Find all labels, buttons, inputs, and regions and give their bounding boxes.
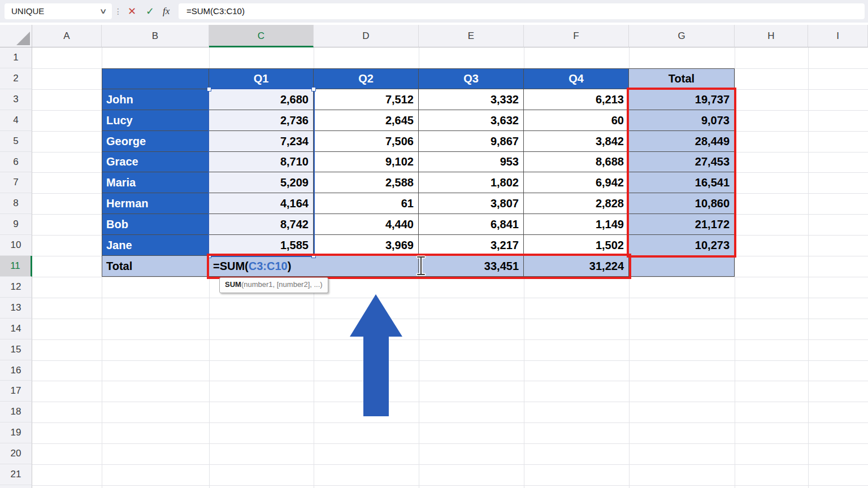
row-header-14[interactable]: 14 [0,319,32,339]
formula-bar-input[interactable]: =SUM(C3:C10) [179,3,865,19]
cell-E6[interactable]: 953 [419,152,524,172]
cell-F10[interactable]: 1,502 [524,235,629,256]
cell-B8[interactable]: Herman [102,193,209,214]
row-header-5[interactable]: 5 [0,131,32,152]
range-handle[interactable] [311,87,316,91]
spreadsheet-window: UNIQUE ∨ ⋮ ✕ ✓ fx =SUM(C3:C10) =SUM(C3:C… [0,0,868,488]
column-header-I[interactable]: I [808,25,868,47]
row-header-11[interactable]: 11 [0,256,32,277]
row-header-2[interactable]: 2 [0,68,32,89]
cell-D10[interactable]: 3,969 [314,235,419,256]
gridline-horizontal [32,298,868,298]
cell-B10[interactable]: Jane [102,235,209,256]
cell-E9[interactable]: 6,841 [419,214,524,235]
column-header-A[interactable]: A [32,25,102,47]
row-header-15[interactable]: 15 [0,339,32,360]
row-header-13[interactable]: 13 [0,298,32,319]
cell-E8[interactable]: 3,807 [419,193,524,214]
formula-reference-range-border [208,88,315,257]
cell-F8[interactable]: 2,828 [524,193,629,214]
cell-F9[interactable]: 1,149 [524,214,629,235]
row-header-6[interactable]: 6 [0,152,32,172]
row-header-19[interactable]: 19 [0,422,32,443]
cell-B7[interactable]: Maria [102,172,209,193]
row-header-4[interactable]: 4 [0,110,32,131]
row-header-3[interactable]: 3 [0,89,32,110]
cell-F5[interactable]: 3,842 [524,131,629,152]
cell-E2[interactable]: Q3 [419,68,524,89]
name-box-value: UNIQUE [11,6,44,16]
cell-D8[interactable]: 61 [314,193,419,214]
formula-post: ) [288,260,292,272]
formula-range-reference: C3:C10 [249,260,288,272]
cell-B5[interactable]: George [102,131,209,152]
gridline-horizontal [32,319,868,319]
cell-E4[interactable]: 3,632 [419,110,524,131]
cell-D7[interactable]: 2,588 [314,172,419,193]
cell-D6[interactable]: 9,102 [314,152,419,172]
row-header-16[interactable]: 16 [0,360,32,381]
row-header-filler [0,485,32,488]
cell-E5[interactable]: 9,867 [419,131,524,152]
row-header-10[interactable]: 10 [0,235,32,256]
chevron-down-icon[interactable]: ∨ [99,3,107,19]
formula-bar-row: UNIQUE ∨ ⋮ ✕ ✓ fx =SUM(C3:C10) [0,0,868,23]
cell-F4[interactable]: 60 [524,110,629,131]
enter-icon[interactable]: ✓ [146,5,154,18]
cell-B3[interactable]: John [102,89,209,110]
row-header-9[interactable]: 9 [0,214,32,235]
gridline-horizontal [32,381,868,381]
cell-F3[interactable]: 6,213 [524,89,629,110]
cell-E7[interactable]: 1,802 [419,172,524,193]
row-header-17[interactable]: 17 [0,381,32,402]
insert-function-icon[interactable]: fx [163,4,170,19]
cell-F2[interactable]: Q4 [524,68,629,89]
row-header-12[interactable]: 12 [0,277,32,298]
select-all-corner[interactable] [0,25,32,47]
gridline-horizontal [32,464,868,465]
function-tooltip: SUM(number1, [number2], ...) [219,277,328,293]
i-beam-cursor [415,255,427,277]
gridline-horizontal [32,360,868,361]
column-header-D[interactable]: D [314,25,419,47]
column-header-G[interactable]: G [629,25,735,47]
name-box[interactable]: UNIQUE ∨ [5,3,112,19]
cancel-icon[interactable]: ✕ [128,5,136,18]
row-header-20[interactable]: 20 [0,443,32,464]
column-header-C[interactable]: C [209,25,314,47]
cell-F6[interactable]: 8,688 [524,152,629,172]
cell-B2[interactable] [102,68,209,89]
cell-G11[interactable] [629,256,735,277]
cell-D3[interactable]: 7,512 [314,89,419,110]
cell-E3[interactable]: 3,332 [419,89,524,110]
formula-pre: =SUM( [213,260,249,272]
cell-F7[interactable]: 6,942 [524,172,629,193]
select-all-triangle-icon [16,32,30,45]
cell-B6[interactable]: Grace [102,152,209,172]
column-header-B[interactable]: B [102,25,209,47]
row-header-8[interactable]: 8 [0,193,32,214]
cell-G2[interactable]: Total [629,68,735,89]
gridline-horizontal [32,443,868,444]
cell-D2[interactable]: Q2 [314,68,419,89]
row-header-21[interactable]: 21 [0,464,32,485]
row-header-7[interactable]: 7 [0,172,32,193]
cell-B9[interactable]: Bob [102,214,209,235]
gridline-horizontal [32,485,868,486]
column-header-F[interactable]: F [524,25,629,47]
cell-D4[interactable]: 2,645 [314,110,419,131]
tooltip-args: (number1, [number2], ...) [241,280,323,289]
cell-D5[interactable]: 7,506 [314,131,419,152]
cell-B4[interactable]: Lucy [102,110,209,131]
cell-B11[interactable]: Total [102,256,209,277]
range-handle[interactable] [207,87,211,91]
column-header-E[interactable]: E [419,25,524,47]
gridline-horizontal [32,402,868,402]
cell-E10[interactable]: 3,217 [419,235,524,256]
active-cell-formula[interactable]: =SUM(C3:C10) [213,256,291,277]
row-header-1[interactable]: 1 [0,47,32,68]
cell-D9[interactable]: 4,440 [314,214,419,235]
cell-C2[interactable]: Q1 [209,68,314,89]
column-header-H[interactable]: H [735,25,808,47]
row-header-18[interactable]: 18 [0,402,32,422]
